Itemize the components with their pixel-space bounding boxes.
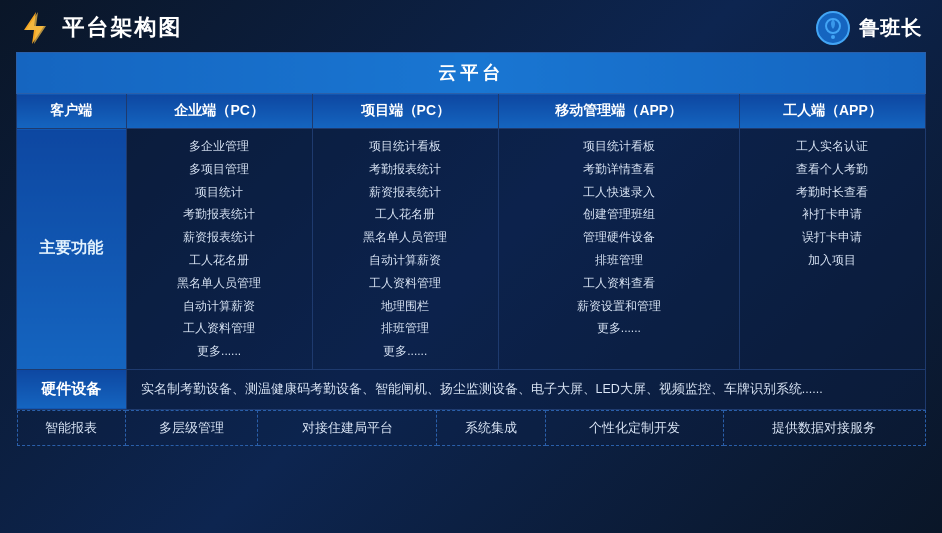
enterprise-features-cell: 多企业管理 多项目管理 项目统计 考勤报表统计 薪资报表统计 工人花名册 黑名单… — [126, 129, 312, 370]
col-header-enterprise: 企业端（PC） — [126, 94, 312, 129]
hardware-label: 硬件设备 — [17, 369, 127, 409]
col-header-project: 项目端（PC） — [312, 94, 498, 129]
list-item: 黑名单人员管理 — [321, 226, 490, 249]
list-item: 加入项目 — [748, 249, 917, 272]
list-item: 薪资报表统计 — [321, 181, 490, 204]
svg-point-4 — [831, 35, 835, 39]
list-item: 考勤报表统计 — [135, 203, 304, 226]
list-item: 地理围栏 — [321, 295, 490, 318]
list-item: 工人资料管理 — [321, 272, 490, 295]
list-item: 工人快速录入 — [507, 181, 731, 204]
list-item: 薪资报表统计 — [135, 226, 304, 249]
brand-icon — [815, 10, 851, 46]
list-item: 工人资料管理 — [135, 317, 304, 340]
list-item: 查看个人考勤 — [748, 158, 917, 181]
feature-cell-platform-connect: 对接住建局平台 — [258, 410, 436, 445]
architecture-table: 云平台 客户端 企业端（PC） 项目端（PC） 移动管理端（APP） 工人端（A… — [16, 52, 926, 446]
list-item: 管理硬件设备 — [507, 226, 731, 249]
list-item: 项目统计看板 — [507, 135, 731, 158]
mobile-features-list: 项目统计看板 考勤详情查看 工人快速录入 创建管理班组 管理硬件设备 排班管理 … — [507, 135, 731, 340]
header-left: 平台架构图 — [16, 10, 182, 46]
list-item: 误打卡申请 — [748, 226, 917, 249]
hardware-content: 实名制考勤设备、测温健康码考勤设备、智能闸机、扬尘监测设备、电子大屏、LED大屏… — [126, 369, 925, 409]
col-header-client: 客户端 — [17, 94, 127, 129]
brand-name: 鲁班长 — [859, 15, 922, 42]
list-item: 工人花名册 — [321, 203, 490, 226]
feature-cell-integration: 系统集成 — [436, 410, 545, 445]
list-item: 薪资设置和管理 — [507, 295, 731, 318]
bottom-features-table: 智能报表 多层级管理 对接住建局平台 系统集成 个性化定制开发 提供数据对接服务 — [17, 410, 926, 446]
list-item: 更多...... — [507, 317, 731, 340]
list-item: 更多...... — [135, 340, 304, 363]
worker-features-cell: 工人实名认证 查看个人考勤 考勤时长查看 补打卡申请 误打卡申请 加入项目 — [739, 129, 925, 370]
list-item: 项目统计 — [135, 181, 304, 204]
list-item: 工人资料查看 — [507, 272, 731, 295]
enterprise-features-list: 多企业管理 多项目管理 项目统计 考勤报表统计 薪资报表统计 工人花名册 黑名单… — [135, 135, 304, 363]
list-item: 多企业管理 — [135, 135, 304, 158]
col-header-worker: 工人端（APP） — [739, 94, 925, 129]
col-header-mobile: 移动管理端（APP） — [498, 94, 739, 129]
feature-cell-multilevel: 多层级管理 — [126, 410, 258, 445]
list-item: 多项目管理 — [135, 158, 304, 181]
worker-features-list: 工人实名认证 查看个人考勤 考勤时长查看 补打卡申请 误打卡申请 加入项目 — [748, 135, 917, 272]
list-item: 自动计算薪资 — [321, 249, 490, 272]
main-function-label: 主要功能 — [17, 129, 127, 370]
logo-icon — [16, 10, 52, 46]
page-title: 平台架构图 — [62, 13, 182, 43]
feature-cell-data-service: 提供数据对接服务 — [723, 410, 925, 445]
list-item: 排班管理 — [507, 249, 731, 272]
list-item: 考勤时长查看 — [748, 181, 917, 204]
list-item: 工人花名册 — [135, 249, 304, 272]
list-item: 补打卡申请 — [748, 203, 917, 226]
project-features-list: 项目统计看板 考勤报表统计 薪资报表统计 工人花名册 黑名单人员管理 自动计算薪… — [321, 135, 490, 363]
project-features-cell: 项目统计看板 考勤报表统计 薪资报表统计 工人花名册 黑名单人员管理 自动计算薪… — [312, 129, 498, 370]
list-item: 更多...... — [321, 340, 490, 363]
list-item: 自动计算薪资 — [135, 295, 304, 318]
list-item: 考勤报表统计 — [321, 158, 490, 181]
mobile-features-cell: 项目统计看板 考勤详情查看 工人快速录入 创建管理班组 管理硬件设备 排班管理 … — [498, 129, 739, 370]
list-item: 创建管理班组 — [507, 203, 731, 226]
brand-logo: 鲁班长 — [815, 10, 922, 46]
list-item: 项目统计看板 — [321, 135, 490, 158]
cloud-platform-header: 云平台 — [17, 53, 926, 94]
list-item: 工人实名认证 — [748, 135, 917, 158]
list-item: 黑名单人员管理 — [135, 272, 304, 295]
list-item: 考勤详情查看 — [507, 158, 731, 181]
page-header: 平台架构图 鲁班长 — [0, 0, 942, 52]
list-item: 排班管理 — [321, 317, 490, 340]
svg-marker-1 — [26, 12, 46, 44]
feature-cell-custom-dev: 个性化定制开发 — [545, 410, 723, 445]
feature-cell-smart-report: 智能报表 — [17, 410, 126, 445]
